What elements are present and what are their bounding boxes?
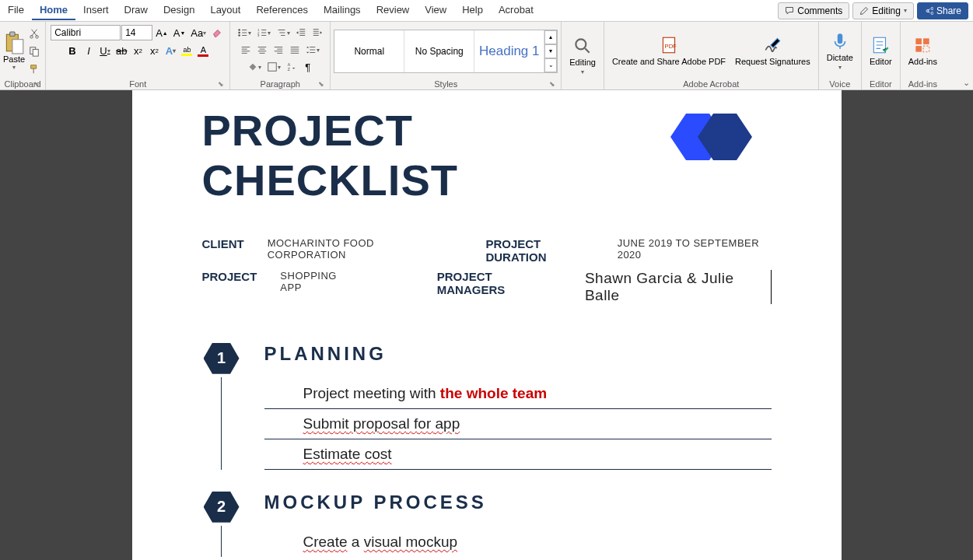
font-color-button[interactable]: A xyxy=(195,43,211,58)
format-painter-button[interactable] xyxy=(26,61,42,77)
document-page[interactable]: PROJECT CHECKLIST CLIENT MOCHARINTO FOOD… xyxy=(132,90,842,560)
section-1-item-2[interactable]: Submit proposal for app xyxy=(264,409,772,439)
multilevel-button[interactable]: ▾ xyxy=(274,25,292,40)
client-label: CLIENT xyxy=(202,237,244,264)
group-paragraph: ▾ 123▾ ▾ ▾ ▾ ▾ AZ ¶ Paragraph⬊ xyxy=(230,22,331,89)
shrink-font-button[interactable]: A▼ xyxy=(171,25,188,40)
style-heading1[interactable]: Heading 1 xyxy=(474,30,544,72)
addins-button[interactable]: Add-ins xyxy=(904,33,942,68)
styles-up[interactable]: ▴ xyxy=(544,30,557,44)
timeline-line xyxy=(221,526,222,557)
font-name-input[interactable] xyxy=(51,25,121,40)
editor-button[interactable]: Editor xyxy=(865,33,897,68)
svg-text:3: 3 xyxy=(257,33,260,37)
editing-button[interactable]: Editing▾ xyxy=(852,2,914,19)
copy-button[interactable] xyxy=(26,44,42,59)
clear-format-button[interactable] xyxy=(209,25,225,40)
menu-view[interactable]: View xyxy=(417,1,454,20)
menu-layout[interactable]: Layout xyxy=(202,1,248,20)
sort-button[interactable]: AZ xyxy=(284,59,299,75)
client-value[interactable]: MOCHARINTO FOOD CORPORATION xyxy=(268,237,439,264)
addins-icon xyxy=(912,35,933,55)
menu-insert[interactable]: Insert xyxy=(75,1,117,20)
group-voice: Dictate ▾ Voice xyxy=(819,22,862,89)
duration-value[interactable]: JUNE 2019 TO SEPTEMBER 2020 xyxy=(618,237,772,264)
menu-home[interactable]: Home xyxy=(32,1,75,20)
style-nospacing[interactable]: No Spacing xyxy=(404,30,474,72)
group-addins: Add-ins Add-ins xyxy=(901,22,945,89)
managers-value[interactable]: Shawn Garcia & Julie Balle xyxy=(585,270,772,304)
paragraph-launcher[interactable]: ⬊ xyxy=(317,80,325,88)
editing-dropdown[interactable]: Editing ▾ xyxy=(565,34,600,77)
pdf-icon: PDF xyxy=(659,35,679,55)
indent-button[interactable] xyxy=(310,25,325,40)
strike-button[interactable]: ab xyxy=(114,43,129,58)
dictate-button[interactable]: Dictate ▾ xyxy=(822,30,858,72)
section-2-title[interactable]: MOCKUP PROCESS xyxy=(264,492,772,513)
section-1-number: 1 xyxy=(204,343,240,374)
styles-down[interactable]: ▾ xyxy=(544,44,557,58)
change-case-button[interactable]: Aa▾ xyxy=(188,25,208,40)
menu-mailings[interactable]: Mailings xyxy=(316,1,369,20)
line-spacing-button[interactable]: ▾ xyxy=(303,42,322,58)
menu-draw[interactable]: Draw xyxy=(117,1,156,20)
superscript-button[interactable]: x2 xyxy=(146,43,162,58)
group-acrobat: PDF Create and Share Adobe PDF Request S… xyxy=(604,22,819,89)
section-1-item-1[interactable]: Project meeting with the whole team xyxy=(264,379,772,409)
bullets-button[interactable]: ▾ xyxy=(235,25,254,40)
comments-button[interactable]: Comments xyxy=(778,2,849,19)
paste-button[interactable]: Paste ▾ xyxy=(3,31,25,71)
highlight-button[interactable]: ab xyxy=(179,43,194,58)
menu-references[interactable]: References xyxy=(248,1,315,20)
share-button[interactable]: Share xyxy=(917,2,968,19)
menu-acrobat[interactable]: Acrobat xyxy=(491,1,541,20)
group-editing: Editing ▾ xyxy=(562,22,604,89)
share-icon xyxy=(924,6,933,16)
subscript-button[interactable]: x2 xyxy=(130,43,145,58)
logo-icon xyxy=(670,106,756,168)
borders-button[interactable]: ▾ xyxy=(264,59,283,75)
editor-label: Editor xyxy=(870,79,892,89)
create-pdf-button[interactable]: PDF Create and Share Adobe PDF xyxy=(607,33,730,68)
underline-button[interactable]: U▾ xyxy=(97,43,113,58)
italic-button[interactable]: I xyxy=(81,43,96,58)
collapse-ribbon-button[interactable]: ⌄ xyxy=(963,78,970,88)
text-effects-button[interactable]: A▾ xyxy=(163,43,178,58)
clipboard-launcher[interactable]: ⬊ xyxy=(33,80,40,88)
request-sig-button[interactable]: Request Signatures xyxy=(730,33,815,68)
menu-file[interactable]: File xyxy=(0,1,32,20)
style-normal[interactable]: Normal xyxy=(334,30,404,72)
brush-icon xyxy=(29,64,40,75)
justify-button[interactable] xyxy=(287,42,303,58)
svg-rect-2 xyxy=(12,40,23,54)
cut-button[interactable] xyxy=(26,26,42,41)
editor-icon xyxy=(870,35,891,55)
ribbon: Paste ▾ Clipboard⬊ A▲ A▼ Aa▾ B I xyxy=(0,22,973,90)
menu-review[interactable]: Review xyxy=(369,1,418,20)
font-launcher[interactable]: ⬊ xyxy=(217,80,225,88)
show-marks-button[interactable]: ¶ xyxy=(300,59,316,75)
align-right-button[interactable] xyxy=(271,42,286,58)
styles-launcher[interactable]: ⬊ xyxy=(548,80,556,88)
outdent-button[interactable] xyxy=(293,25,309,40)
section-1-title[interactable]: PLANNING xyxy=(264,343,772,365)
search-icon xyxy=(572,36,593,56)
align-left-button[interactable] xyxy=(238,42,254,58)
menu-help[interactable]: Help xyxy=(454,1,491,20)
bullets-icon xyxy=(237,27,248,38)
menu-design[interactable]: Design xyxy=(156,1,202,20)
project-label: PROJECT xyxy=(202,270,257,304)
section-2-item-1[interactable]: Create a visual mockup xyxy=(264,527,772,557)
numbering-button[interactable]: 123▾ xyxy=(254,25,273,40)
grow-font-button[interactable]: A▲ xyxy=(153,25,170,40)
document-workspace[interactable]: PROJECT CHECKLIST CLIENT MOCHARINTO FOOD… xyxy=(0,90,973,560)
section-1-item-3[interactable]: Estimate cost xyxy=(264,439,772,470)
project-value[interactable]: SHOPPING APP xyxy=(280,270,359,304)
align-center-button[interactable] xyxy=(254,42,270,58)
group-styles: Normal No Spacing Heading 1 ▴ ▾ ⌄ Styles… xyxy=(331,22,562,89)
shading-button[interactable]: ▾ xyxy=(245,59,264,75)
font-size-input[interactable] xyxy=(121,25,152,40)
paste-icon xyxy=(4,31,24,54)
bold-button[interactable]: B xyxy=(65,43,80,58)
styles-more[interactable]: ⌄ xyxy=(544,58,557,72)
